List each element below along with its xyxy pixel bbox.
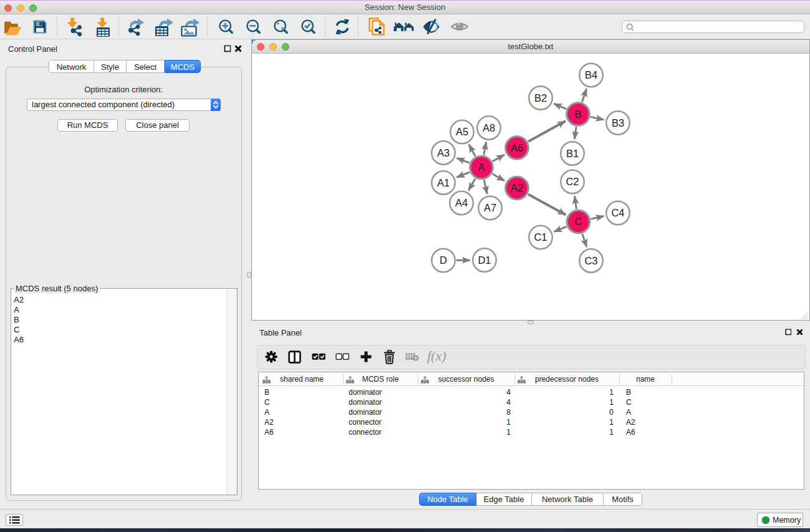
svg-text:C: C: [575, 216, 582, 227]
svg-text:A5: A5: [456, 126, 468, 137]
svg-text:A7: A7: [484, 202, 496, 213]
svg-text:A6: A6: [511, 142, 523, 153]
svg-text:D1: D1: [478, 254, 491, 266]
svg-text:B2: B2: [534, 92, 547, 104]
svg-text:B4: B4: [585, 69, 597, 80]
svg-text:D: D: [440, 254, 447, 266]
svg-text:C3: C3: [584, 255, 597, 266]
svg-text:B: B: [574, 109, 581, 120]
svg-text:A4: A4: [455, 197, 468, 208]
svg-text:B3: B3: [612, 117, 624, 128]
svg-text:A2: A2: [511, 182, 523, 193]
svg-text:A3: A3: [437, 147, 450, 158]
svg-text:C1: C1: [534, 231, 547, 243]
svg-text:A1: A1: [437, 177, 450, 188]
svg-text:A8: A8: [483, 122, 495, 133]
svg-text:C4: C4: [611, 207, 624, 218]
svg-text:A: A: [478, 162, 485, 173]
svg-text:B1: B1: [566, 148, 579, 159]
svg-text:C2: C2: [566, 176, 579, 187]
